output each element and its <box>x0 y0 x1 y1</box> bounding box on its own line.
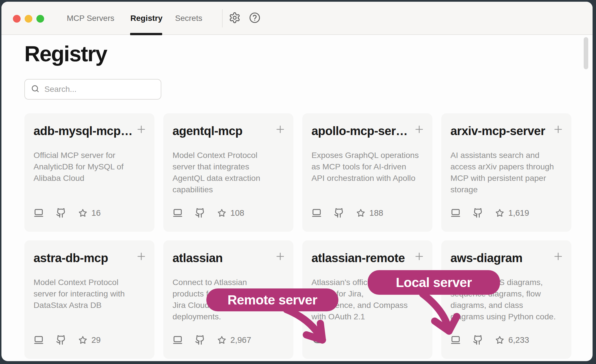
add-server-button[interactable] <box>413 123 426 136</box>
server-card: atlassianConnect to Atlassianproducts fo… <box>163 240 293 359</box>
active-tab-underline <box>130 33 162 35</box>
card-description: Model Context Protocolserver for interac… <box>34 276 145 311</box>
card-footer: 16 <box>34 208 101 218</box>
star-rating: 108 <box>217 208 244 218</box>
server-card: apollo-mcp-ser…Exposes GraphQL operation… <box>302 113 432 232</box>
plus-icon <box>552 251 564 262</box>
star-icon <box>356 208 365 217</box>
star-rating: 188 <box>356 208 383 218</box>
server-card: adb-mysql-mcp…Official MCP server forAna… <box>24 113 154 232</box>
settings-button[interactable] <box>229 12 241 24</box>
card-footer <box>311 334 325 345</box>
github-icon[interactable] <box>56 335 66 345</box>
add-server-button[interactable] <box>135 250 148 263</box>
laptop-icon <box>450 335 461 345</box>
add-server-button[interactable] <box>552 123 564 136</box>
star-count: 16 <box>91 208 101 218</box>
laptop-icon <box>450 208 461 218</box>
laptop-icon <box>172 335 183 345</box>
card-title: arxiv-mcp-server <box>450 124 554 138</box>
search-input[interactable] <box>44 85 155 94</box>
github-icon[interactable] <box>473 208 483 218</box>
server-card-grid: adb-mysql-mcp…Official MCP server forAna… <box>24 113 571 359</box>
cloud-icon <box>311 334 325 345</box>
plus-icon <box>136 124 147 135</box>
star-rating: 16 <box>78 208 101 218</box>
card-footer: 188 <box>311 208 383 218</box>
card-footer: 1,619 <box>450 208 529 218</box>
page-title: Registry <box>24 42 107 66</box>
help-button[interactable] <box>249 12 261 24</box>
star-count: 2,967 <box>230 335 251 345</box>
toolbar-divider <box>222 9 223 27</box>
github-icon[interactable] <box>473 335 483 345</box>
search-icon <box>31 84 40 94</box>
plus-icon <box>413 124 425 135</box>
card-description: Atlassian's official MCPserver for Jira,… <box>311 276 423 322</box>
card-title: astra-db-mcp <box>34 251 137 265</box>
star-rating: 29 <box>78 335 101 345</box>
scrollbar-thumb[interactable] <box>584 37 588 69</box>
star-icon <box>217 208 226 217</box>
star-count: 6,233 <box>508 335 529 345</box>
star-icon <box>78 208 87 217</box>
laptop-icon <box>34 208 44 218</box>
card-description: AI assistants search andaccess arXiv pap… <box>450 149 562 195</box>
add-server-button[interactable] <box>135 123 148 136</box>
tab-mcp-servers[interactable]: MCP Servers <box>67 2 114 35</box>
star-rating: 1,619 <box>495 208 529 218</box>
laptop-icon <box>34 335 44 345</box>
server-card: astra-db-mcpModel Context Protocolserver… <box>24 240 154 359</box>
server-card: arxiv-mcp-serverAI assistants search and… <box>441 113 571 232</box>
card-title: adb-mysql-mcp… <box>34 124 137 138</box>
card-description: Exposes GraphQL operationsas MCP tools f… <box>311 149 423 184</box>
add-server-button[interactable] <box>274 250 287 263</box>
app-window: MCP ServersRegistrySecrets Registry <box>1 2 593 361</box>
star-icon <box>495 335 504 345</box>
zoom-window-button[interactable] <box>36 15 44 23</box>
star-icon <box>78 335 87 345</box>
card-description: Official MCP server forAnalyticDB for My… <box>34 149 145 184</box>
star-rating: 2,967 <box>217 335 251 345</box>
plus-icon <box>136 251 147 262</box>
laptop-icon <box>172 208 183 218</box>
card-footer: 6,233 <box>450 335 529 345</box>
tab-registry[interactable]: Registry <box>130 2 162 35</box>
server-card: atlassian-remoteAtlassian's official MCP… <box>302 240 432 359</box>
plus-icon <box>552 124 564 135</box>
add-server-button[interactable] <box>274 123 287 136</box>
star-count: 188 <box>369 208 383 218</box>
star-icon <box>495 208 504 217</box>
help-icon <box>249 12 261 25</box>
minimize-window-button[interactable] <box>25 15 32 23</box>
server-card: agentql-mcpModel Context Protocolserver … <box>163 113 293 232</box>
github-icon[interactable] <box>195 335 205 345</box>
card-footer: 108 <box>172 208 244 218</box>
add-server-button[interactable] <box>413 250 426 263</box>
star-rating: 6,233 <box>495 335 529 345</box>
add-server-button[interactable] <box>552 250 564 263</box>
close-window-button[interactable] <box>13 15 21 23</box>
github-icon[interactable] <box>334 208 344 218</box>
card-title: atlassian <box>172 251 276 265</box>
github-icon[interactable] <box>195 208 205 218</box>
card-footer: 29 <box>34 335 101 345</box>
search-box[interactable] <box>24 79 161 100</box>
star-count: 108 <box>230 208 244 218</box>
star-icon <box>217 335 226 345</box>
tab-secrets[interactable]: Secrets <box>175 2 202 35</box>
card-footer: 2,967 <box>172 335 251 345</box>
titlebar: MCP ServersRegistrySecrets <box>1 2 593 35</box>
plus-icon <box>275 124 286 135</box>
plus-icon <box>275 251 286 262</box>
star-count: 1,619 <box>508 208 529 218</box>
card-title: aws-diagram <box>450 251 554 265</box>
card-title: apollo-mcp-ser… <box>311 124 415 138</box>
star-count: 29 <box>91 335 101 345</box>
card-title: atlassian-remote <box>311 251 415 265</box>
laptop-icon <box>311 208 322 218</box>
card-title: agentql-mcp <box>172 124 276 138</box>
card-description: Model Context Protocolserver that integr… <box>172 149 284 195</box>
github-icon[interactable] <box>56 208 66 218</box>
gear-icon <box>229 12 241 25</box>
